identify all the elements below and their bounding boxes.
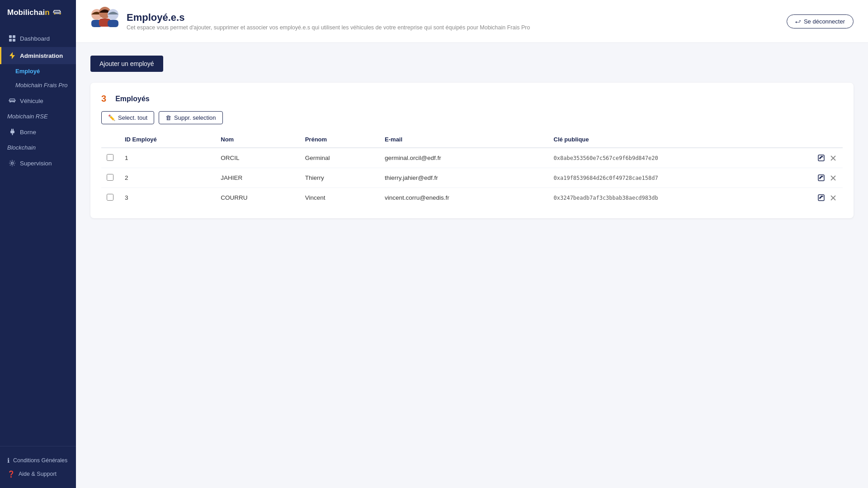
row-checkbox-cell <box>101 148 119 168</box>
sidebar-footer: ℹ Conditions Générales ❓ Aide & Support <box>0 446 76 488</box>
footer-aide[interactable]: ❓ Aide & Support <box>7 467 69 481</box>
row-email-1: germinal.orcil@edf.fr <box>379 148 548 168</box>
row-id-1: 1 <box>119 148 215 168</box>
table-row: 1 ORCIL Germinal germinal.orcil@edf.fr 0… <box>101 148 843 168</box>
row-checkbox-2[interactable] <box>107 174 113 181</box>
sidebar-item-dashboard[interactable]: Dashboard <box>0 30 76 47</box>
page-header: Employé.e.s Cet espace vous permet d'ajo… <box>76 0 868 43</box>
sidebar-item-supervision-label: Supervision <box>20 160 52 167</box>
svg-rect-5 <box>13 39 15 42</box>
employees-tbody: 1 ORCIL Germinal germinal.orcil@edf.fr 0… <box>101 148 843 207</box>
employee-section-label: Employés <box>115 95 150 103</box>
row-checkbox-1[interactable] <box>107 154 113 161</box>
help-icon: ❓ <box>7 470 15 478</box>
delete-selection-label: Suppr. selection <box>174 114 216 121</box>
sidebar-item-employe[interactable]: Employé <box>0 64 76 78</box>
row-nom-2: JAHIER <box>215 168 299 188</box>
sidebar: Mobilichain Dashboard <box>0 0 76 488</box>
svg-rect-2 <box>9 35 12 38</box>
select-all-icon: ✏️ <box>108 114 115 121</box>
svg-point-0 <box>54 13 55 14</box>
svg-rect-10 <box>13 129 14 131</box>
table-header-row: ID Employé Nom Prénom E-mail Clé publiqu <box>101 131 843 148</box>
sidebar-item-administration[interactable]: Administration <box>0 47 76 64</box>
row-cle-3: 0x3247beadb7af3c3bbab38aecd983db <box>548 188 807 208</box>
row-id-2: 2 <box>119 168 215 188</box>
sidebar-item-borne[interactable]: Borne <box>0 123 76 141</box>
page-subtitle: Cet espace vous permet d'ajouter, suppri… <box>127 24 530 31</box>
main-content: Employé.e.s Cet espace vous permet d'ajo… <box>76 0 868 488</box>
logo-text: Mobilichain <box>7 8 50 17</box>
sidebar-item-supervision[interactable]: Supervision <box>0 155 76 172</box>
delete-button-3[interactable] <box>829 194 837 202</box>
svg-rect-11 <box>10 131 14 133</box>
grid-icon <box>9 35 16 42</box>
table-head: ID Employé Nom Prénom E-mail Clé publiqu <box>101 131 843 148</box>
row-actions-2 <box>807 168 843 188</box>
sidebar-item-employe-label: Employé <box>15 68 40 75</box>
plug-icon <box>9 128 16 136</box>
logout-button[interactable]: ⮐ Se déconnecter <box>787 14 854 28</box>
sidebar-item-vehicule[interactable]: Véhicule <box>0 92 76 109</box>
row-nom-3: COURRU <box>215 188 299 208</box>
svg-rect-19 <box>108 20 118 27</box>
row-actions-1 <box>807 148 843 168</box>
select-all-label: Select. tout <box>118 114 147 121</box>
svg-marker-6 <box>9 52 15 59</box>
col-prenom-header: Prénom <box>300 131 379 148</box>
row-email-3: vincent.corru@enedis.fr <box>379 188 548 208</box>
svg-point-8 <box>14 101 15 103</box>
col-actions-header <box>807 131 843 148</box>
table-actions: ✏️ Select. tout 🗑 Suppr. selection <box>101 111 843 124</box>
row-checkbox-3[interactable] <box>107 194 113 201</box>
edit-button-1[interactable] <box>817 154 826 162</box>
employees-table: ID Employé Nom Prénom E-mail Clé publiqu <box>101 131 843 207</box>
edit-button-2[interactable] <box>817 174 826 182</box>
row-id-3: 3 <box>119 188 215 208</box>
edit-button-3[interactable] <box>817 193 826 202</box>
employees-illustration <box>87 5 123 37</box>
row-prenom-3: Vincent <box>300 188 379 208</box>
logo-car-icon <box>52 9 62 16</box>
svg-rect-4 <box>9 39 12 42</box>
sidebar-item-mobichain-rse[interactable]: Mobichain RSE <box>0 109 76 123</box>
svg-rect-3 <box>13 35 15 38</box>
delete-selection-button[interactable]: 🗑 Suppr. selection <box>159 111 223 124</box>
sidebar-item-dashboard-label: Dashboard <box>20 35 50 42</box>
footer-aide-label: Aide & Support <box>19 471 57 477</box>
svg-rect-9 <box>11 129 12 131</box>
select-all-button[interactable]: ✏️ Select. tout <box>101 111 154 124</box>
delete-button-1[interactable] <box>829 154 837 162</box>
sidebar-item-blockchain[interactable]: Blockchain <box>0 141 76 155</box>
table-header: 3 Employés <box>101 94 843 104</box>
row-checkbox-cell <box>101 188 119 208</box>
col-id-header: ID Employé <box>119 131 215 148</box>
employees-table-card: 3 Employés ✏️ Select. tout 🗑 Suppr. sele… <box>90 83 854 218</box>
add-employee-button[interactable]: Ajouter un employé <box>90 56 163 72</box>
footer-conditions[interactable]: ℹ Conditions Générales <box>7 454 69 467</box>
sidebar-item-administration-label: Administration <box>20 52 63 59</box>
logo: Mobilichain <box>0 0 76 25</box>
table-row: 3 COURRU Vincent vincent.corru@enedis.fr… <box>101 188 843 208</box>
avatar-group-illustration <box>87 5 118 37</box>
table-row: 2 JAHIER Thierry thierry.jahier@edf.fr 0… <box>101 168 843 188</box>
sidebar-item-blockchain-label: Blockchain <box>7 144 36 151</box>
header-title-block: Employé.e.s Cet espace vous permet d'ajo… <box>127 12 530 31</box>
svg-rect-12 <box>12 133 13 135</box>
row-actions-3 <box>807 188 843 208</box>
add-employee-label: Ajouter un employé <box>99 60 154 67</box>
page-title: Employé.e.s <box>127 12 530 23</box>
settings-icon <box>9 160 16 167</box>
row-email-2: thierry.jahier@edf.fr <box>379 168 548 188</box>
col-checkbox-header <box>101 131 119 148</box>
sidebar-item-mobichain-frais-pro[interactable]: Mobichain Frais Pro <box>0 78 76 92</box>
sidebar-nav: Dashboard Administration Employé Mobicha… <box>0 25 76 446</box>
col-nom-header: Nom <box>215 131 299 148</box>
row-nom-1: ORCIL <box>215 148 299 168</box>
car-icon <box>9 97 16 104</box>
row-cle-2: 0xa19f8539684d26c0f49728cae158d7 <box>548 168 807 188</box>
svg-point-7 <box>9 101 11 103</box>
delete-button-2[interactable] <box>829 174 837 182</box>
sidebar-item-borne-label: Borne <box>20 129 36 136</box>
bolt-icon <box>9 52 16 59</box>
